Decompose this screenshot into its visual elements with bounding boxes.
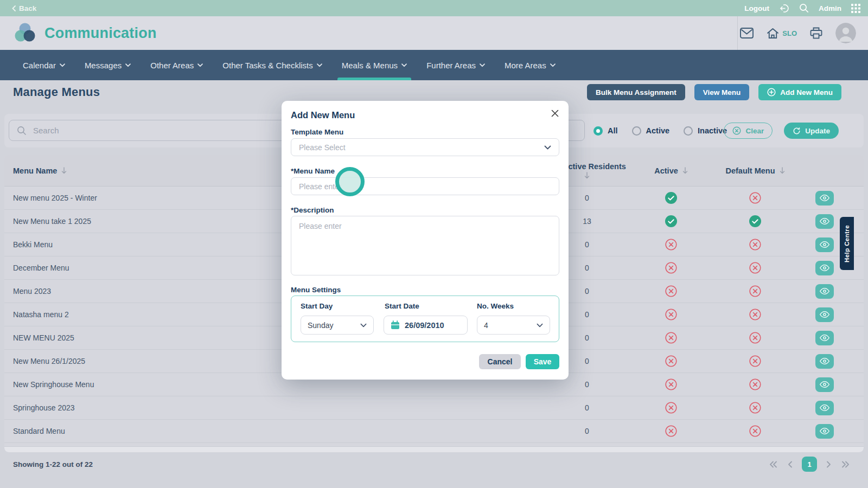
column-header-active[interactable]: Active xyxy=(630,166,712,175)
chevron-down-icon xyxy=(197,63,203,67)
prev-page-button[interactable] xyxy=(787,460,794,469)
view-menu-button[interactable]: View Menu xyxy=(694,84,750,100)
menu-settings-label: Menu Settings xyxy=(291,286,341,294)
view-row-button[interactable] xyxy=(815,237,834,252)
print-icon[interactable] xyxy=(810,27,822,39)
help-centre-label: Help Centre xyxy=(844,225,850,262)
active-cross-icon xyxy=(630,262,712,274)
view-row-button[interactable] xyxy=(815,191,834,206)
home-link[interactable]: SLO xyxy=(767,28,797,39)
eye-icon xyxy=(819,194,830,202)
template-menu-select[interactable]: Please Select xyxy=(291,138,559,156)
page-1-button[interactable]: 1 xyxy=(802,457,817,472)
calendar-icon xyxy=(391,320,400,330)
horizontal-scrollbar[interactable] xyxy=(4,447,864,452)
nav-item-label: Meals & Menus xyxy=(342,61,398,70)
start-date-input[interactable]: 26/09/2010 xyxy=(384,316,468,335)
eye-icon xyxy=(819,241,830,248)
mail-icon[interactable] xyxy=(740,28,754,38)
nav-item-messages[interactable]: Messages xyxy=(75,50,141,80)
apps-grid-icon[interactable] xyxy=(851,4,860,13)
add-new-menu-button[interactable]: Add New Menu xyxy=(758,84,841,100)
default-cross-icon xyxy=(712,378,799,390)
view-row-button[interactable] xyxy=(815,424,834,439)
clear-button[interactable]: Clear xyxy=(724,123,773,139)
user-name[interactable]: Admin xyxy=(819,4,841,12)
view-row-button[interactable] xyxy=(815,377,834,392)
view-row-button[interactable] xyxy=(815,401,834,415)
chevron-down-icon xyxy=(125,63,131,67)
bulk-menu-assignment-button[interactable]: Bulk Menu Assignment xyxy=(587,84,685,100)
radio-inactive[interactable]: Inactive xyxy=(684,126,727,136)
default-cross-icon xyxy=(712,285,799,297)
eye-icon xyxy=(819,264,830,272)
active-cross-icon xyxy=(630,309,712,320)
active-cross-icon xyxy=(630,285,712,297)
clear-circle-icon xyxy=(732,126,741,135)
template-menu-placeholder: Please Select xyxy=(299,143,544,152)
radio-dot xyxy=(684,126,693,136)
back-button[interactable]: Back xyxy=(12,4,36,12)
table-row[interactable]: Springhouse 20230 xyxy=(4,396,864,420)
sort-arrow-icon xyxy=(61,167,67,174)
radio-active[interactable]: Active xyxy=(632,126,670,136)
view-row-button[interactable] xyxy=(815,354,834,369)
last-page-button[interactable] xyxy=(840,460,851,469)
eye-icon xyxy=(819,357,830,365)
logout-link[interactable]: Logout xyxy=(744,4,769,12)
close-icon[interactable] xyxy=(549,107,561,119)
help-centre-tab[interactable]: Help Centre xyxy=(840,217,854,270)
chevron-down-icon xyxy=(550,63,556,67)
table-row[interactable]: Standard Menu0 xyxy=(4,420,864,443)
start-day-select[interactable]: Sunday xyxy=(301,316,374,335)
active-cross-icon xyxy=(630,402,712,414)
user-avatar[interactable] xyxy=(835,23,856,43)
nav-item-further-areas[interactable]: Further Areas xyxy=(417,50,495,80)
radio-all[interactable]: All xyxy=(593,126,618,136)
description-placeholder: Please enter xyxy=(299,222,342,230)
view-row-button[interactable] xyxy=(815,261,834,275)
nav-item-other-tasks-checklists[interactable]: Other Tasks & Checklists xyxy=(213,50,331,80)
save-button[interactable]: Save xyxy=(526,354,559,369)
view-row-button[interactable] xyxy=(815,214,834,229)
logout-icon[interactable] xyxy=(779,3,789,14)
first-page-button[interactable] xyxy=(768,460,778,469)
menu-name-cell: Standard Menu xyxy=(4,427,544,435)
start-date-label: Start Date xyxy=(385,302,419,310)
view-row-button[interactable] xyxy=(815,307,834,322)
eye-icon xyxy=(819,404,830,412)
chevron-left-icon xyxy=(12,5,16,11)
menu-name-cell: Springhouse 2023 xyxy=(4,403,544,412)
radio-dot xyxy=(632,126,641,136)
chevron-down-icon xyxy=(60,63,65,67)
default-check-icon xyxy=(712,215,799,227)
update-button[interactable]: Update xyxy=(784,123,839,139)
no-weeks-select[interactable]: 4 xyxy=(477,316,550,335)
modal-title: Add New Menu xyxy=(291,110,355,120)
nav-item-other-areas[interactable]: Other Areas xyxy=(141,50,213,80)
description-textarea[interactable]: Please enter xyxy=(291,216,559,275)
default-cross-icon xyxy=(712,262,799,274)
template-menu-label: Template Menu xyxy=(291,128,343,136)
nav-item-meals-menus[interactable]: Meals & Menus xyxy=(332,50,417,80)
chevron-down-icon xyxy=(480,63,485,67)
clear-label: Clear xyxy=(745,127,764,135)
menu-name-input[interactable]: Please enter xyxy=(291,177,559,195)
menu-name-label: *Menu Name xyxy=(291,167,335,175)
next-page-button[interactable] xyxy=(825,460,832,469)
nav-item-label: More Areas xyxy=(505,61,546,70)
cancel-button[interactable]: Cancel xyxy=(479,354,521,369)
start-day-value: Sunday xyxy=(308,321,355,330)
pagination: 1 xyxy=(768,457,851,472)
view-row-button[interactable] xyxy=(815,284,834,299)
search-icon[interactable] xyxy=(799,3,809,13)
menu-name-placeholder: Please enter xyxy=(299,182,551,191)
nav-item-calendar[interactable]: Calendar xyxy=(13,50,75,80)
active-check-icon xyxy=(630,215,712,227)
default-cross-icon xyxy=(712,239,799,251)
column-header-default-menu[interactable]: Default Menu xyxy=(712,166,799,175)
nav-item-more-areas[interactable]: More Areas xyxy=(495,50,565,80)
view-row-button[interactable] xyxy=(815,331,834,345)
status-radio-group: AllActiveInactive xyxy=(593,114,727,147)
header-divider xyxy=(737,16,738,50)
